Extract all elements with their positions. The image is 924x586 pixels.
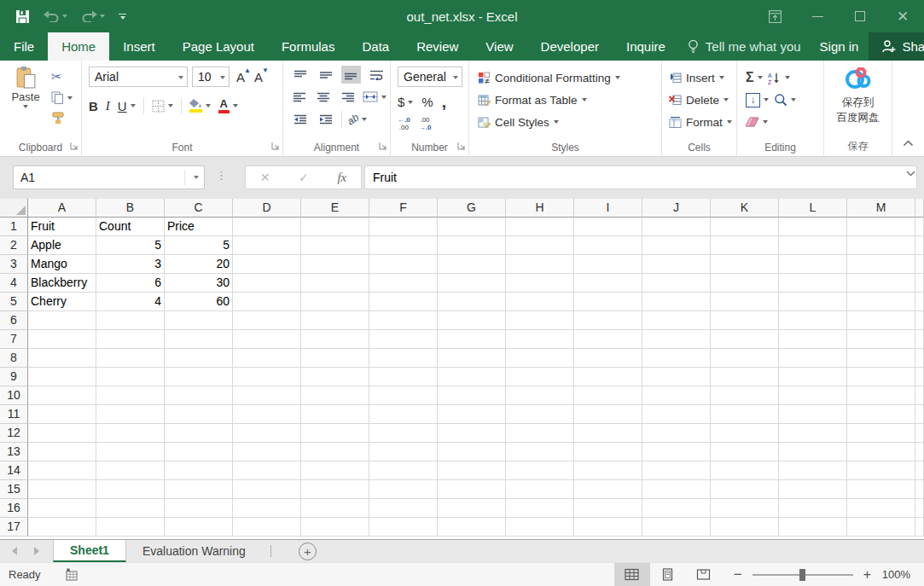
format-as-table-button[interactable]: Format as Table [478,89,661,111]
cell-L14[interactable] [779,461,847,480]
copy-button[interactable] [51,91,73,105]
cell-D5[interactable] [233,293,301,311]
column-header-L[interactable]: L [779,199,847,218]
row-header-2[interactable]: 2 [0,236,28,255]
redo-button[interactable] [81,10,105,22]
cell-C6[interactable] [165,311,233,330]
cell-F14[interactable] [369,461,438,480]
cell-B13[interactable] [96,443,165,461]
cell-H8[interactable] [506,349,574,368]
cell-E14[interactable] [301,461,369,480]
cell-L4[interactable] [779,274,847,293]
cell-D13[interactable] [233,443,301,461]
column-header-B[interactable]: B [96,199,165,218]
cell-J3[interactable] [642,255,711,274]
percent-style-button[interactable]: % [421,95,433,109]
cell-B12[interactable] [96,424,165,443]
font-name-dropdown-icon[interactable] [178,76,183,79]
format-cells-button[interactable]: Format [669,111,736,133]
cell-C8[interactable] [165,349,233,368]
cell-D7[interactable] [233,330,301,349]
center-button[interactable] [314,88,333,106]
copy-dropdown-icon[interactable] [67,96,73,100]
row-header-13[interactable]: 13 [0,443,28,461]
merge-center-button[interactable] [363,91,386,102]
clear-dropdown-icon[interactable] [763,120,768,124]
cell-G14[interactable] [438,461,506,480]
row-header-5[interactable]: 5 [0,293,28,311]
cell-D15[interactable] [233,480,301,499]
minimize-button[interactable] [796,0,839,32]
cell-H5[interactable] [506,293,574,311]
cell-C4[interactable]: 30 [165,274,233,293]
sheet-tab-evaluation-warning[interactable]: Evaluation Warning [126,540,262,562]
cell-M3[interactable] [847,255,915,274]
cell-C15[interactable] [165,480,233,499]
column-header-K[interactable]: K [711,199,779,218]
row-header-12[interactable]: 12 [0,424,28,443]
cell-J13[interactable] [642,443,711,461]
cell-M10[interactable] [847,386,915,405]
borders-button[interactable] [152,100,173,113]
cell-B17[interactable] [96,518,165,537]
cell-K3[interactable] [711,255,779,274]
cell-L17[interactable] [779,518,847,537]
cell-G16[interactable] [438,499,506,518]
cell-E4[interactable] [301,274,369,293]
cell-A1[interactable]: Fruit [28,218,96,236]
tab-view[interactable]: View [472,32,526,61]
cell-I16[interactable] [574,499,642,518]
cell-A14[interactable] [28,461,96,480]
cell-D8[interactable] [233,349,301,368]
sort-filter-dropdown-icon[interactable] [785,76,790,79]
cell-L5[interactable] [779,293,847,311]
cell-K8[interactable] [711,349,779,368]
column-header-D[interactable]: D [233,199,301,218]
cell-L2[interactable] [779,236,847,255]
cell-G3[interactable] [438,255,506,274]
cell-M9[interactable] [847,368,915,386]
font-size-dropdown-icon[interactable] [220,76,225,79]
row-header-17[interactable]: 17 [0,518,28,537]
column-header-I[interactable]: I [574,199,642,218]
tab-file[interactable]: File [0,32,48,61]
cell-M14[interactable] [847,461,915,480]
tab-review[interactable]: Review [403,32,472,61]
cell-I13[interactable] [574,443,642,461]
cell-G13[interactable] [438,443,506,461]
cell-K9[interactable] [711,368,779,386]
cell-I17[interactable] [574,518,642,537]
row-header-9[interactable]: 9 [0,368,28,386]
cell-F4[interactable] [369,274,438,293]
column-header-F[interactable]: F [369,199,438,218]
cell-E9[interactable] [301,368,369,386]
undo-dropdown-icon[interactable] [62,15,67,18]
cell-I5[interactable] [574,293,642,311]
cell-B10[interactable] [96,386,165,405]
cell-styles-dropdown-icon[interactable] [554,120,559,124]
cell-C14[interactable] [165,461,233,480]
orientation-dropdown-icon[interactable] [362,118,367,121]
cell-L13[interactable] [779,443,847,461]
cell-F10[interactable] [369,386,438,405]
cell-K16[interactable] [711,499,779,518]
cell-K7[interactable] [711,330,779,349]
row-header-10[interactable]: 10 [0,386,28,405]
cell-J1[interactable] [642,218,711,236]
cell-E5[interactable] [301,293,369,311]
cell-F6[interactable] [369,311,438,330]
cell-G8[interactable] [438,349,506,368]
row-header-11[interactable]: 11 [0,405,28,424]
cell-A3[interactable]: Mango [28,255,96,274]
row-header-14[interactable]: 14 [0,461,28,480]
cell-D4[interactable] [233,274,301,293]
normal-view-button[interactable] [614,563,650,586]
cell-J12[interactable] [642,424,711,443]
cell-C2[interactable]: 5 [165,236,233,255]
cell-B1[interactable]: Count [96,218,165,236]
cell-H14[interactable] [506,461,574,480]
cell-F15[interactable] [369,480,438,499]
cell-L11[interactable] [779,405,847,424]
cell-I1[interactable] [574,218,642,236]
increase-font-size-button[interactable]: A▲ [234,70,247,84]
